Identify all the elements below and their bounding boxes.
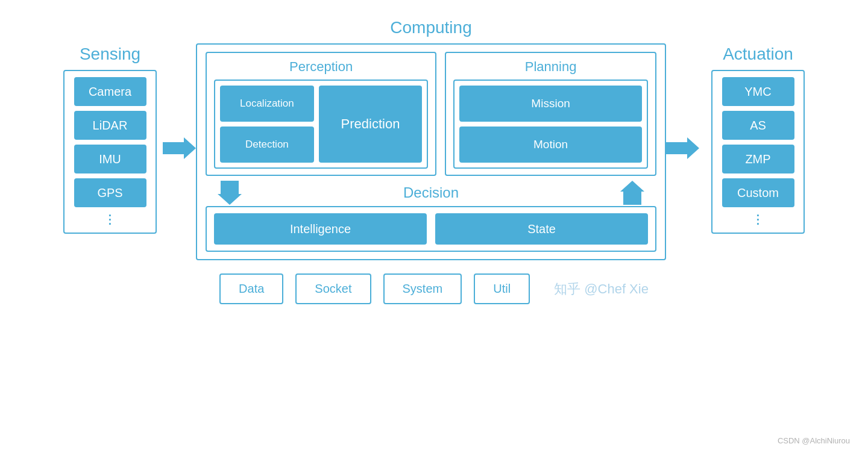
sensing-label: Sensing <box>80 45 140 64</box>
decision-box: Intelligence State <box>206 206 656 252</box>
actuation-as: AS <box>722 111 794 140</box>
intelligence-box: Intelligence <box>214 213 427 245</box>
perception-left: Localization Detection <box>220 86 314 163</box>
actuation-custom: Custom <box>722 178 794 207</box>
svg-marker-3 <box>666 137 699 159</box>
planning-label: Planning <box>453 59 648 75</box>
sensing-column: Sensing Camera LiDAR IMU GPS ⋮ <box>57 45 163 234</box>
actuation-zmp: ZMP <box>722 145 794 173</box>
svg-marker-2 <box>620 181 644 205</box>
state-box: State <box>435 213 648 245</box>
sensor-imu: IMU <box>74 145 146 173</box>
actuation-ymc: YMC <box>722 77 794 106</box>
actuation-box: YMC AS ZMP Custom ⋮ <box>711 70 805 234</box>
motion-box: Motion <box>459 127 642 163</box>
prediction-box: Prediction <box>319 86 422 163</box>
main-layout: Sensing Camera LiDAR IMU GPS ⋮ Computing… <box>18 18 850 260</box>
sensor-lidar: LiDAR <box>74 111 146 140</box>
decision-to-planning-arrow <box>620 181 644 205</box>
actuation-dots: ⋮ <box>752 212 765 227</box>
planning-inner: Mission Motion <box>453 80 648 169</box>
bottom-util: Util <box>474 273 530 304</box>
computing-label: Computing <box>390 18 471 37</box>
bottom-system: System <box>383 273 462 304</box>
sensor-gps: GPS <box>74 178 146 207</box>
perception-to-decision-arrow <box>218 181 242 205</box>
decision-label: Decision <box>403 184 459 201</box>
svg-marker-0 <box>163 137 196 159</box>
actuation-column: Actuation YMC AS ZMP Custom ⋮ <box>705 45 811 234</box>
perception-planning-row: Perception Localization Detection Predic… <box>206 52 656 176</box>
computing-to-actuation-arrow <box>666 137 699 159</box>
bottom-row: Data Socket System Util 知乎 @Chef Xie <box>18 273 850 304</box>
sensing-dots: ⋮ <box>104 212 117 227</box>
mission-box: Mission <box>459 86 642 122</box>
perception-label: Perception <box>214 59 428 75</box>
perception-inner: Localization Detection Prediction <box>214 80 428 169</box>
svg-marker-1 <box>218 181 242 205</box>
sensing-to-computing-arrow <box>163 137 196 159</box>
decision-row: Decision Intelligence State <box>206 181 656 252</box>
actuation-label: Actuation <box>723 45 793 64</box>
csdn-label: CSDN @AlchiNiurou <box>778 436 850 445</box>
watermark: 知乎 @Chef Xie <box>554 280 649 298</box>
detection-box: Detection <box>220 127 314 163</box>
sensing-box: Camera LiDAR IMU GPS ⋮ <box>63 70 157 234</box>
perception-box: Perception Localization Detection Predic… <box>206 52 436 176</box>
computing-column: Computing Perception Localization Detect… <box>196 18 666 260</box>
planning-box: Planning Mission Motion <box>445 52 656 176</box>
sensor-camera: Camera <box>74 77 146 106</box>
bottom-socket: Socket <box>295 273 371 304</box>
localization-box: Localization <box>220 86 314 122</box>
computing-outer-box: Perception Localization Detection Predic… <box>196 43 666 260</box>
decision-arrows-row: Decision <box>206 181 656 205</box>
bottom-data: Data <box>219 273 283 304</box>
